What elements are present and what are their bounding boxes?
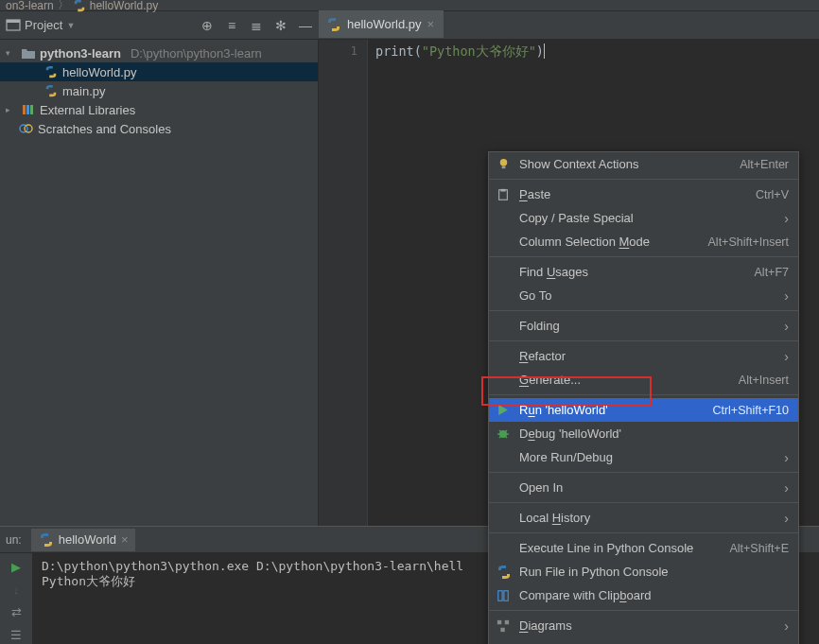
- caret: [544, 44, 545, 59]
- menu-label: Debug 'helloWorld': [519, 426, 789, 441]
- close-icon[interactable]: ×: [121, 532, 129, 547]
- layout-icon[interactable]: ☰: [9, 627, 24, 642]
- menu-open-in[interactable]: Open In: [489, 476, 798, 499]
- menu-refactor[interactable]: Refactor: [489, 344, 798, 368]
- library-icon: [21, 103, 36, 116]
- python-icon: [73, 0, 86, 12]
- menu-create-gist[interactable]: Create Gist...: [489, 637, 798, 644]
- menu-more-run-debug[interactable]: More Run/Debug: [489, 445, 798, 469]
- menu-label: Compare with Clipboard: [519, 588, 789, 602]
- menu-separator: [489, 472, 798, 473]
- target-icon[interactable]: ⊕: [200, 18, 215, 33]
- svg-line-16: [505, 430, 507, 432]
- menu-separator: [489, 310, 798, 311]
- menu-local-history[interactable]: Local History: [489, 506, 798, 530]
- breadcrumb-file[interactable]: helloWorld.py: [90, 0, 158, 12]
- project-tool-window-button[interactable]: Project ▼: [6, 18, 75, 33]
- svg-rect-20: [504, 590, 508, 600]
- python-icon: [44, 65, 59, 78]
- hide-icon[interactable]: —: [298, 18, 313, 33]
- menu-separator: [489, 256, 798, 257]
- svg-rect-22: [505, 619, 509, 623]
- menu-run-file-console[interactable]: Run File in Python Console: [489, 560, 798, 583]
- menu-separator: [489, 179, 798, 180]
- python-icon: [326, 17, 341, 32]
- menu-run-helloworld[interactable]: Run 'helloWorld' Ctrl+Shift+F10: [489, 398, 798, 422]
- svg-line-18: [505, 436, 507, 438]
- menu-show-context-actions[interactable]: Show Context Actions Alt+Enter: [489, 152, 798, 176]
- expand-arrow-icon[interactable]: ▸: [6, 105, 17, 114]
- editor-tab-helloworld[interactable]: helloWorld.py ×: [319, 10, 444, 39]
- menu-folding[interactable]: Folding: [489, 314, 798, 338]
- run-gutter: ▶ ↓ ⇄ ☰: [0, 553, 32, 644]
- menu-paste[interactable]: Paste Ctrl+V: [489, 183, 798, 206]
- project-tree[interactable]: ▾ python3-learn D:\python\python3-learn …: [0, 40, 319, 526]
- menu-separator: [489, 340, 798, 341]
- debug-icon: [497, 427, 510, 441]
- gear-icon[interactable]: ✻: [273, 18, 288, 33]
- svg-rect-3: [26, 105, 29, 114]
- python-icon: [39, 532, 54, 548]
- folder-icon: [21, 46, 36, 60]
- submenu-arrow-icon: [784, 319, 789, 334]
- menu-execute-line-console[interactable]: Execute Line in Python Console Alt+Shift…: [489, 536, 798, 560]
- gutter[interactable]: 1: [319, 40, 368, 526]
- dropdown-icon[interactable]: ▼: [66, 21, 75, 30]
- menu-shortcut: Alt+F7: [755, 266, 789, 279]
- menu-debug-helloworld[interactable]: Debug 'helloWorld': [489, 422, 798, 445]
- menu-label: Generate...: [519, 373, 739, 387]
- python-icon: [497, 565, 512, 580]
- menu-label: Run 'helloWorld': [519, 403, 712, 417]
- svg-marker-11: [498, 405, 508, 415]
- tree-scratch-name: Scratches and Consoles: [38, 122, 171, 136]
- menu-compare-clipboard[interactable]: Compare with Clipboard: [489, 583, 798, 607]
- collapse-icon[interactable]: ≣: [249, 18, 264, 33]
- svg-rect-4: [30, 105, 33, 114]
- menu-shortcut: Alt+Shift+Insert: [708, 235, 789, 249]
- stop-icon[interactable]: ↓: [9, 582, 24, 597]
- submenu-arrow-icon: [784, 618, 789, 634]
- tree-file-helloworld[interactable]: helloWorld.py: [0, 62, 318, 81]
- menu-column-selection-mode[interactable]: Column Selection Mode Alt+Shift+Insert: [489, 230, 798, 253]
- tree-root-name: python3-learn: [40, 46, 121, 61]
- python-icon: [44, 84, 59, 97]
- expand-icon[interactable]: ≡: [224, 18, 239, 33]
- line-number[interactable]: 1: [319, 44, 357, 58]
- menu-diagrams[interactable]: Diagrams: [489, 614, 798, 637]
- tree-external-libraries[interactable]: ▸ External Libraries: [0, 100, 318, 119]
- menu-go-to[interactable]: Go To: [489, 284, 798, 307]
- close-tab-icon[interactable]: ×: [427, 17, 435, 31]
- submenu-arrow-icon: [784, 450, 789, 465]
- tree-root-path: D:\python\python3-learn: [131, 46, 262, 61]
- menu-find-usages[interactable]: Find Usages Alt+F7: [489, 260, 798, 284]
- tree-root[interactable]: ▾ python3-learn D:\python\python3-learn: [0, 44, 318, 62]
- breadcrumb-separator: 〉: [58, 0, 69, 13]
- menu-shortcut: Alt+Insert: [739, 374, 789, 387]
- breadcrumb-project[interactable]: on3-learn: [6, 0, 54, 12]
- menu-shortcut: Ctrl+Shift+F10: [712, 404, 789, 417]
- tree-file-main[interactable]: main.py: [0, 81, 318, 100]
- menu-label: Open In: [519, 480, 784, 495]
- menu-generate[interactable]: Generate... Alt+Insert: [489, 368, 798, 392]
- svg-line-17: [499, 436, 501, 438]
- tree-file-name: main.py: [62, 84, 106, 98]
- collapse-arrow-icon[interactable]: ▾: [6, 48, 17, 58]
- menu-label: Show Context Actions: [519, 157, 740, 171]
- svg-rect-8: [502, 165, 506, 168]
- menu-shortcut: Ctrl+V: [756, 188, 789, 201]
- menu-label: Local History: [519, 511, 784, 525]
- menu-copy-paste-special[interactable]: Copy / Paste Special: [489, 206, 798, 230]
- bulb-icon: [497, 157, 511, 171]
- settings-icon[interactable]: ⇄: [9, 604, 24, 619]
- code-fn: print: [375, 44, 414, 59]
- menu-label: Go To: [519, 288, 784, 303]
- code-string: "Python大爷你好": [422, 44, 536, 59]
- run-tab-helloworld[interactable]: helloWorld ×: [31, 529, 136, 551]
- tree-libs-name: External Libraries: [40, 103, 135, 117]
- submenu-arrow-icon: [784, 288, 789, 304]
- submenu-arrow-icon: [784, 480, 789, 496]
- rerun-icon[interactable]: ▶: [9, 559, 24, 574]
- code-paren-open: (: [414, 44, 422, 59]
- context-menu: Show Context Actions Alt+Enter Paste Ctr…: [488, 151, 799, 644]
- tree-scratches[interactable]: Scratches and Consoles: [0, 119, 318, 138]
